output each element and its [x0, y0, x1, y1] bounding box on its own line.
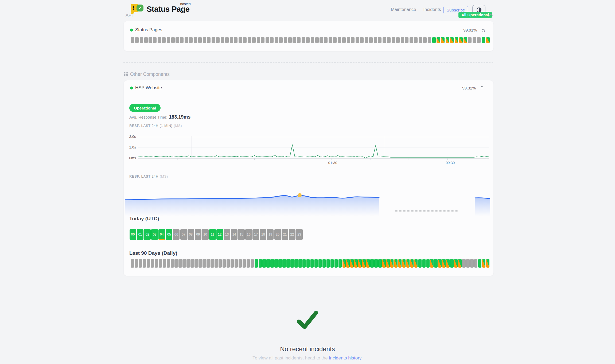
uptime-bar-none: [185, 37, 188, 43]
uptime-bar-none: [135, 37, 139, 43]
uptime-bar-none: [198, 259, 202, 268]
hour-block-20: 20: [274, 229, 281, 240]
section-title-other-components: Other Components: [130, 72, 170, 77]
uptime-bar-none: [143, 259, 146, 268]
uptime-bar-none: [243, 37, 247, 43]
uptime-bar-up: [302, 259, 306, 268]
hour-block-07: 07: [180, 229, 187, 240]
uptime-bar-none: [149, 37, 152, 43]
uptime-bar-up: [326, 259, 330, 268]
nav-maintenance[interactable]: Maintenance: [391, 7, 416, 12]
uptime-bar-degraded: [442, 259, 446, 268]
brand-logo[interactable]: ! ✓ Status Page hosted: [130, 3, 190, 15]
uptime-bar-degraded: [446, 259, 450, 268]
uptime-bar-up: [418, 259, 422, 268]
hour-block-16: 16: [245, 229, 252, 240]
uptime-bar-up: [314, 259, 318, 268]
uptime-bar-none: [223, 259, 226, 268]
uptime-bar-none: [410, 37, 413, 43]
uptime-bar-degraded: [454, 259, 458, 268]
hour-block-14: 14: [231, 229, 238, 240]
hour-block-19: 19: [267, 229, 274, 240]
uptime-bar-none: [155, 259, 158, 268]
uptime-bar-none: [302, 37, 305, 43]
uptime-bar-degraded: [459, 37, 463, 43]
uptime-bar-none: [378, 37, 382, 43]
uptime-bar-up: [266, 259, 270, 268]
uptime-bar-up: [306, 259, 310, 268]
chart-24h-1min-label: RESP. LAST 24H (1-MIN)(MS): [129, 124, 182, 128]
uptime-bar-up: [482, 37, 485, 43]
uptime-bar-degraded: [362, 259, 366, 268]
y-axis-label: 0ms: [124, 156, 136, 160]
uptime-bar-up: [286, 259, 290, 268]
uptime-bar-degraded: [346, 259, 350, 268]
check-icon: ✓: [137, 5, 143, 11]
uptime-bar-none: [270, 37, 274, 43]
today-title: Today (UTC): [129, 216, 159, 222]
uptime-bar-none: [194, 37, 197, 43]
uptime-bar-none: [239, 37, 242, 43]
uptime-bar-none: [163, 259, 166, 268]
refresh-icon[interactable]: [481, 28, 485, 34]
uptime-bar-none: [190, 259, 194, 268]
uptime-bar-none: [419, 37, 422, 43]
uptime-bar-degraded: [398, 259, 402, 268]
uptime-bar-up: [274, 259, 278, 268]
line-chart-canvas: [138, 134, 489, 164]
hour-degraded-marker: [159, 239, 165, 240]
nav-incidents[interactable]: Incidents: [423, 7, 441, 12]
trend-up-icon: [480, 85, 484, 92]
uptime-bar-none: [194, 259, 198, 268]
uptime-bar-none: [230, 37, 233, 43]
uptime-bar-none: [186, 259, 190, 268]
status-page: ! ✓ Status Page hosted Maintenance Incid…: [0, 0, 615, 364]
hour-block-23: 23: [296, 229, 303, 240]
uptime-bar-degraded: [455, 37, 458, 43]
section-title-api: API: [126, 13, 133, 18]
uptime-bar-none: [311, 37, 314, 43]
hsp-website-card: HSP Website 99.32% Operational Avg. Resp…: [123, 80, 494, 276]
uptime-bar-up: [318, 259, 322, 268]
uptime-bar-up: [334, 259, 338, 268]
uptime-bar-none: [288, 37, 292, 43]
hour-block-11: 11: [209, 229, 216, 240]
status-dot: [130, 29, 133, 32]
uptime-bar-none: [474, 259, 478, 268]
uptime-bar-degraded: [441, 37, 445, 43]
uptime-bar-none: [466, 259, 470, 268]
uptime-bar-degraded: [482, 259, 486, 268]
uptime-bar-up: [278, 259, 282, 268]
hour-block-03: 03: [151, 229, 158, 240]
hour-block-09: 09: [195, 229, 201, 240]
uptime-bar-none: [135, 259, 138, 268]
uptime-bar-none: [257, 37, 260, 43]
uptime-bar-none: [234, 37, 238, 43]
uptime-bar-none: [207, 259, 210, 268]
incidents-history-link[interactable]: incidents history: [329, 355, 361, 361]
uptime-bar-none: [383, 37, 386, 43]
uptime-bar-none: [347, 37, 350, 43]
collapse-chevron-up-icon[interactable]: [488, 13, 493, 18]
uptime-bar-none: [178, 259, 182, 268]
uptime-bar-none: [293, 37, 296, 43]
brand-name: Status Page hosted: [147, 5, 190, 14]
uptime-bar-none: [171, 259, 174, 268]
uptime-bar-degraded: [366, 259, 370, 268]
uptime-bar-up: [255, 259, 258, 268]
uptime-bar-degraded: [390, 259, 394, 268]
uptime-bar-none: [266, 37, 269, 43]
y-axis-label: 1.0s: [124, 145, 136, 149]
uptime-bar-none: [153, 37, 157, 43]
uptime-bar-none: [167, 37, 170, 43]
uptime-bar-none: [171, 37, 175, 43]
uptime-bar-none: [203, 259, 206, 268]
grid-icon: [124, 72, 129, 77]
hour-block-01: 01: [137, 229, 143, 240]
uptime-bar-none: [333, 37, 337, 43]
uptime-bar-none: [252, 37, 256, 43]
uptime-bar-up: [262, 259, 266, 268]
hour-block-15: 15: [238, 229, 245, 240]
uptime-bar-none: [468, 37, 472, 43]
operational-badge: Operational: [129, 104, 161, 112]
